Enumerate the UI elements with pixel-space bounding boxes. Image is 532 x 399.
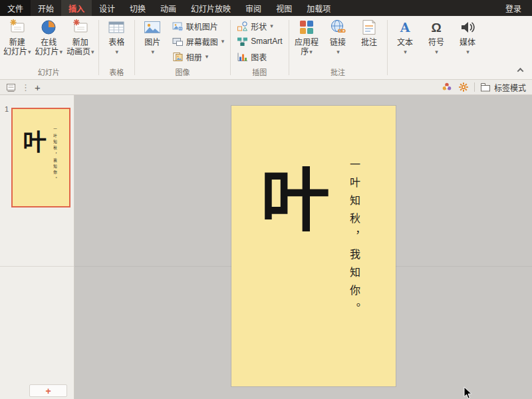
online-picture-icon bbox=[172, 21, 184, 32]
slide-thumbnail-1[interactable]: 叶 一叶知秋，我知你。 bbox=[11, 108, 70, 207]
applications-icon bbox=[297, 17, 316, 37]
screenshot-label: 屏幕截图 bbox=[186, 36, 218, 47]
tab-mode-toggle[interactable]: 标签模式 bbox=[479, 81, 527, 93]
new-animation-page-icon bbox=[71, 17, 90, 37]
text-button[interactable]: A文本▾ bbox=[390, 16, 421, 57]
tab-file[interactable]: 文件 bbox=[0, 0, 31, 16]
settings-gear-icon[interactable] bbox=[458, 81, 469, 93]
ribbon-groups: 新建幻灯片▾在线幻灯片▾新加动画页▾幻灯片表格▾表格图片▾联机图片屏幕截图▾相册… bbox=[0, 16, 532, 79]
screenshot-icon bbox=[172, 36, 184, 47]
workspace: 1 叶 一叶知秋，我知你。 + 叶 一叶知秋，我知你。 bbox=[0, 95, 532, 399]
symbol-button[interactable]: Ω符号▾ bbox=[421, 16, 452, 57]
applications-label: 应用程 bbox=[295, 38, 319, 47]
tab-review[interactable]: 审阅 bbox=[238, 0, 269, 16]
chevron-up-icon bbox=[517, 67, 523, 74]
quick-add-button[interactable]: + bbox=[35, 82, 41, 92]
photo-album-label: 相册 bbox=[186, 51, 202, 63]
quick-toolbar: ⋮ + 标签模式 bbox=[0, 80, 532, 95]
tab-view[interactable]: 视图 bbox=[269, 0, 299, 16]
tab-animation[interactable]: 动画 bbox=[153, 0, 184, 16]
picture-button[interactable]: 图片▾ bbox=[137, 16, 168, 57]
online-slides-button[interactable]: 在线幻灯片▾ bbox=[33, 16, 65, 57]
panel-divider bbox=[0, 266, 74, 267]
table-label: 表格 bbox=[108, 38, 124, 47]
tab-design[interactable]: 设计 bbox=[92, 0, 122, 16]
dropdown-caret: ▾ bbox=[115, 49, 118, 55]
ribbon-tabs: 文件开始插入设计切换动画幻灯片放映审阅视图加载项 bbox=[0, 0, 338, 16]
beautify-icon[interactable] bbox=[441, 81, 453, 93]
table-button[interactable]: 表格▾ bbox=[101, 16, 132, 57]
slides-pane-icon[interactable] bbox=[5, 81, 17, 93]
chart-icon bbox=[237, 51, 248, 63]
photo-album-button[interactable]: 相册▾ bbox=[170, 51, 211, 63]
collapse-ribbon-button[interactable] bbox=[515, 66, 525, 74]
thumbnail-content: 叶 一叶知秋，我知你。 bbox=[13, 109, 32, 205]
group-separator bbox=[98, 20, 99, 75]
dropdown-caret: ▾ bbox=[309, 49, 313, 55]
ribbon-group-illustrations: 形状▾SmartArt图表插图 bbox=[233, 16, 286, 79]
quickbar-separator bbox=[474, 82, 475, 92]
images-buttons: 图片▾联机图片屏幕截图▾相册▾ bbox=[137, 16, 229, 66]
media-button[interactable]: 媒体▾ bbox=[452, 16, 483, 57]
tab-slideshow[interactable]: 幻灯片放映 bbox=[184, 0, 238, 16]
dropdown-caret: ▾ bbox=[270, 23, 273, 29]
drag-handle[interactable]: ⋮ bbox=[21, 82, 30, 92]
smartart-icon bbox=[237, 36, 248, 47]
slide-title-text: 叶 bbox=[17, 129, 52, 154]
small-button-column: 联机图片屏幕截图▾相册▾ bbox=[168, 16, 229, 63]
ribbon: 新建幻灯片▾在线幻灯片▾新加动画页▾幻灯片表格▾表格图片▾联机图片屏幕截图▾相册… bbox=[0, 16, 532, 80]
new-animation-page-button[interactable]: 新加动画页▾ bbox=[65, 16, 96, 57]
new-slide-button[interactable]: 新建幻灯片▾ bbox=[1, 16, 33, 57]
slide-vertical-text[interactable]: 一叶知秋，我知你。 bbox=[346, 159, 362, 321]
chart-label: 图表 bbox=[251, 51, 267, 63]
symbol-label: 符号 bbox=[428, 38, 444, 47]
login-button[interactable]: 登录 bbox=[495, 0, 532, 16]
dropdown-caret: ▾ bbox=[151, 49, 154, 55]
group-separator bbox=[230, 20, 231, 75]
slide-vertical-text: 一叶知秋，我知你。 bbox=[52, 128, 57, 184]
symbol-icon: Ω bbox=[431, 17, 441, 37]
comment-icon bbox=[360, 17, 378, 37]
dropdown-caret: ▾ bbox=[28, 49, 31, 55]
group-label: 图像 bbox=[137, 66, 229, 79]
smartart-button[interactable]: SmartArt bbox=[235, 35, 284, 47]
text-icon: A bbox=[400, 17, 410, 37]
ribbon-group-comments: 应用程序▾链接▾批注批注 bbox=[291, 16, 385, 79]
new-animation-page-label: 动画页▾ bbox=[66, 47, 94, 57]
shapes-icon bbox=[237, 21, 248, 32]
slide-container: 叶 一叶知秋，我知你。 bbox=[231, 106, 396, 386]
picture-label: 图片 bbox=[144, 38, 160, 47]
slide-preview: 叶 一叶知秋，我知你。 bbox=[13, 109, 69, 205]
online-slides-icon bbox=[39, 17, 58, 37]
tab-transition[interactable]: 切换 bbox=[122, 0, 153, 16]
ribbon-group-images: 图片▾联机图片屏幕截图▾相册▾图像 bbox=[137, 16, 229, 79]
comments-buttons: 应用程序▾链接▾批注 bbox=[291, 16, 385, 66]
tab-home[interactable]: 开始 bbox=[31, 0, 61, 16]
dropdown-caret: ▾ bbox=[404, 49, 407, 55]
editing-canvas[interactable]: 叶 一叶知秋，我知你。 bbox=[74, 95, 532, 399]
dropdown-caret: ▾ bbox=[466, 49, 469, 55]
applications-button[interactable]: 应用程序▾ bbox=[291, 16, 323, 57]
dropdown-caret: ▾ bbox=[60, 49, 63, 55]
add-slide-button[interactable]: + bbox=[29, 384, 67, 397]
ribbon-group-table: 表格▾表格 bbox=[101, 16, 132, 79]
app-window: 文件开始插入设计切换动画幻灯片放映审阅视图加载项 登录 新建幻灯片▾在线幻灯片▾… bbox=[0, 0, 532, 399]
comment-button[interactable]: 批注 bbox=[354, 16, 385, 47]
online-picture-button[interactable]: 联机图片 bbox=[170, 20, 220, 32]
shapes-button[interactable]: 形状▾ bbox=[235, 20, 275, 32]
applications-label: 序▾ bbox=[301, 47, 313, 57]
dropdown-caret: ▾ bbox=[435, 49, 438, 55]
media-icon bbox=[458, 17, 477, 37]
tab-addins[interactable]: 加载项 bbox=[299, 0, 338, 16]
screenshot-button[interactable]: 屏幕截图▾ bbox=[170, 35, 227, 47]
chart-button[interactable]: 图表 bbox=[235, 51, 269, 63]
links-button[interactable]: 链接▾ bbox=[323, 16, 354, 57]
illustrations-buttons: 形状▾SmartArt图表 bbox=[233, 16, 286, 66]
slide-title-text[interactable]: 叶 bbox=[245, 164, 346, 237]
links-icon bbox=[329, 17, 347, 37]
links-label: 链接 bbox=[330, 38, 346, 47]
tab-insert[interactable]: 插入 bbox=[61, 0, 92, 16]
slide[interactable]: 叶 一叶知秋，我知你。 bbox=[231, 106, 396, 386]
table-icon bbox=[107, 17, 126, 37]
dropdown-caret: ▾ bbox=[336, 49, 340, 55]
